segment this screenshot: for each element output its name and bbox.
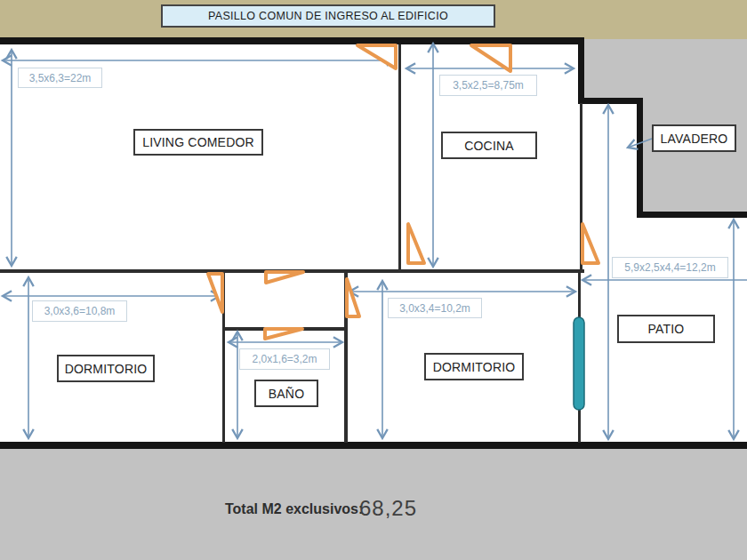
dim-label-dormitorio1: 3,0x3,6=10,8m: [32, 300, 127, 322]
door-swing-icon-cocina: [408, 224, 424, 263]
room-text-patio: PATIO: [648, 322, 685, 336]
room-text-dormitorio2: DORMITORIO: [433, 360, 516, 374]
room-label-lavadero: LAVADERO: [652, 124, 736, 152]
total-m2-value: 68,25: [359, 496, 417, 521]
dim-label-bano: 2,0x1,6=3,2m: [239, 348, 330, 370]
room-label-cocina: COCINA: [441, 132, 537, 159]
dim-label-living: 3,5x6,3=22m: [18, 68, 102, 88]
door-swing-icon-hall: [266, 272, 303, 283]
dim-label-patio: 5,9x2,5x4,4=12,2m: [612, 257, 728, 278]
room-label-dormitorio2: DORMITORIO: [424, 353, 524, 380]
dim-text-cocina: 3,5x2,5=8,75m: [453, 79, 524, 92]
room-text-bano: BAÑO: [269, 387, 304, 401]
room-label-patio: PATIO: [617, 315, 715, 343]
dim-label-dormitorio2: 3,0x3,4=10,2m: [388, 298, 482, 318]
dim-label-cocina: 3,5x2,5=8,75m: [439, 75, 537, 96]
wall-lavadero-step-right: [637, 98, 643, 218]
dim-text-dormitorio2: 3,0x3,4=10,2m: [399, 302, 470, 315]
dim-text-dormitorio1: 3,0x3,6=10,8m: [44, 305, 116, 317]
door-swing-icon-lavadero: [582, 224, 598, 263]
door-swings: [208, 45, 598, 339]
wall-lavadero-step-top: [578, 98, 643, 104]
door-swing-icon-dormitorio1: [208, 274, 222, 312]
wall-top: [0, 37, 584, 44]
room-text-dormitorio1: DORMITORIO: [65, 362, 148, 376]
plan-drawing-layer: [0, 0, 747, 560]
room-label-bano: BAÑO: [254, 380, 318, 407]
sliding-door-patio: [574, 317, 584, 410]
floor-plan-canvas: PASILLO COMUN DE INGRESO AL EDIFICIO: [0, 0, 747, 560]
door-swing-icon-entry-living: [357, 45, 396, 68]
dim-text-bano: 2,0x1,6=3,2m: [252, 353, 317, 365]
wall-bottom: [0, 442, 747, 449]
room-label-living: LIVING COMEDOR: [133, 129, 263, 156]
door-swing-icon-bano: [265, 329, 302, 339]
room-text-lavadero: LAVADERO: [661, 132, 728, 146]
door-swing-icon-dormitorio2: [347, 279, 359, 316]
room-text-living: LIVING COMEDOR: [142, 135, 254, 149]
dim-text-living: 3,5x6,3=22m: [29, 72, 92, 84]
wall-living-cocina: [398, 44, 401, 270]
room-label-dormitorio1: DORMITORIO: [57, 355, 155, 382]
dim-text-patio: 5,9x2,5x4,4=12,2m: [624, 261, 715, 274]
wall-cocina-right: [578, 37, 584, 103]
exterior-walls: [0, 37, 747, 449]
total-m2-label: Total M2 exclusivos:: [225, 501, 363, 517]
room-text-cocina: COCINA: [464, 139, 514, 153]
wall-patio-top: [637, 212, 747, 218]
door-swing-icon-entry-cocina: [471, 45, 510, 71]
